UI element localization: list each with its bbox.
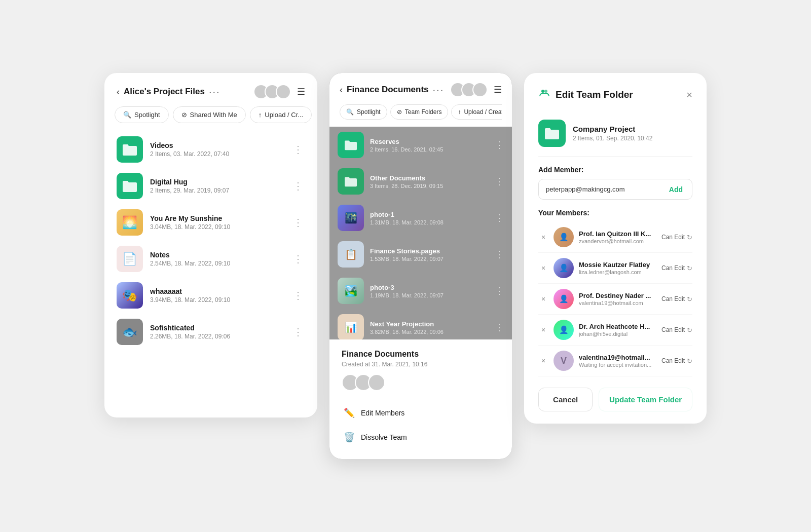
member-email-0: zvandervort@hotmail.com: [579, 238, 656, 244]
middle-back-button[interactable]: ‹: [340, 85, 343, 95]
file-more-whaaaaat[interactable]: ⋮: [291, 287, 305, 303]
member-role-4: Can Edit ↻: [661, 357, 692, 365]
middle-header: ‹ Finance Documents ··· ☰: [340, 82, 502, 97]
folder-icon-digital-hug: [122, 179, 138, 193]
tab-upload-label-middle: Upload / Creat...: [464, 108, 502, 116]
tab-spotlight-label-middle: Spotlight: [357, 108, 381, 116]
member-remove-0[interactable]: ×: [538, 233, 548, 241]
middle-thumb-projection: 📊: [338, 314, 364, 339]
member-email-1: liza.ledner@langosh.com: [579, 269, 656, 275]
middle-thumb-finance-stories: 📋: [338, 241, 364, 268]
main-container: ‹ Alice's Project Files ··· ☰ 🔍 Spotligh…: [0, 53, 811, 479]
avatar-3: [276, 84, 291, 99]
right-footer: Cancel Update Team Folder: [538, 388, 692, 411]
tab-spotlight-label-left: Spotlight: [134, 111, 160, 119]
file-more-digital-hug[interactable]: ⋮: [291, 178, 305, 194]
middle-file-item-reserves[interactable]: Reserves 2 Items, 16. Dec. 2021, 02:45 ⋮: [329, 127, 512, 163]
middle-file-info-reserves: Reserves 2 Items, 16. Dec. 2021, 02:45: [370, 138, 489, 153]
member-role-1: Can Edit ↻: [661, 264, 692, 272]
middle-file-meta-finance-stories: 1.53MB, 18. Mar. 2022, 09:07: [370, 256, 489, 262]
tab-spotlight-middle[interactable]: 🔍 Spotlight: [340, 104, 387, 120]
middle-more-reserves[interactable]: ⋮: [495, 139, 504, 150]
folder-info-text: Company Project 2 Items, 01. Sep. 2020, …: [573, 125, 652, 142]
middle-file-item-finance-stories[interactable]: 📋 Finance Stories.pages 1.53MB, 18. Mar.…: [329, 236, 512, 273]
role-refresh-4[interactable]: ↻: [687, 357, 692, 365]
file-item-videos[interactable]: Videos 2 Items, 03. Mar. 2022, 07:40 ⋮: [113, 131, 309, 168]
edit-members-button[interactable]: ✏️ Edit Members: [342, 401, 500, 425]
middle-thumb-photo3: 🏞️: [338, 278, 364, 304]
right-title-row: Edit Team Folder: [538, 87, 633, 102]
update-team-folder-button[interactable]: Update Team Folder: [599, 388, 692, 411]
tab-upload-left[interactable]: ↑ Upload / Cr...: [250, 106, 312, 123]
middle-file-item-photo1[interactable]: 🌃 photo-1 1.31MB, 18. Mar. 2022, 09:08 ⋮: [329, 200, 512, 236]
cancel-button[interactable]: Cancel: [538, 388, 593, 411]
file-item-digital-hug[interactable]: Digital Hug 2 Items, 29. Mar. 2019, 09:0…: [113, 168, 309, 204]
member-remove-2[interactable]: ×: [538, 295, 548, 303]
role-refresh-2[interactable]: ↻: [687, 295, 692, 303]
file-info-notes: Notes 2.54MB, 18. Mar. 2022, 09:10: [150, 251, 284, 267]
file-thumb-notes: 📄: [117, 246, 143, 272]
tab-upload-middle[interactable]: ↑ Upload / Creat...: [451, 104, 502, 120]
middle-file-name-reserves: Reserves: [370, 138, 489, 145]
tab-shared-left[interactable]: ⊘ Shared With Me: [173, 106, 246, 123]
role-refresh-0[interactable]: ↻: [687, 234, 692, 241]
middle-hamburger[interactable]: ☰: [494, 84, 502, 95]
member-name-1: Mossie Kautzer Flatley: [579, 261, 656, 269]
file-item-notes[interactable]: 📄 Notes 2.54MB, 18. Mar. 2022, 09:10 ⋮: [113, 241, 309, 277]
middle-more-photo1[interactable]: ⋮: [495, 212, 504, 223]
filter-icon-left: ⊘: [181, 111, 187, 119]
bottom-avatar-3: [368, 374, 385, 391]
tab-spotlight-left[interactable]: 🔍 Spotlight: [115, 106, 169, 123]
folder-icon-reserves: [344, 139, 358, 151]
file-more-notes[interactable]: ⋮: [291, 251, 305, 267]
file-item-sofishticated[interactable]: 🐟 Sofishticated 2.26MB, 18. Mar. 2022, 0…: [113, 314, 309, 350]
member-item-1: × 👤 Mossie Kautzer Flatley liza.ledner@l…: [538, 253, 692, 284]
middle-file-item-projection[interactable]: 📊 Next Year Projection 3.82MB, 18. Mar. …: [329, 309, 512, 339]
middle-file-info-projection: Next Year Projection 3.82MB, 18. Mar. 20…: [370, 320, 489, 335]
search-icon-left: 🔍: [123, 111, 131, 119]
tab-team-folders-middle[interactable]: ⊘ Team Folders: [390, 104, 449, 120]
middle-more-projection[interactable]: ⋮: [495, 322, 504, 333]
member-remove-4[interactable]: ×: [538, 357, 548, 365]
middle-more-otherdocs[interactable]: ⋮: [495, 176, 504, 187]
member-info-0: Prof. Ian Quitzon III K... zvandervort@h…: [579, 230, 656, 244]
middle-more-button[interactable]: ···: [433, 84, 445, 96]
member-info-4: valentina19@hotmail... Waiting for accep…: [579, 354, 656, 368]
file-meta-videos: 2 Items, 03. Mar. 2022, 07:40: [150, 150, 284, 158]
add-member-input[interactable]: [539, 179, 660, 199]
role-refresh-3[interactable]: ↻: [687, 326, 692, 334]
member-role-0: Can Edit ↻: [661, 234, 692, 241]
back-button[interactable]: ‹: [117, 87, 120, 97]
close-button[interactable]: ×: [686, 90, 692, 100]
middle-file-info-photo1: photo-1 1.31MB, 18. Mar. 2022, 09:08: [370, 211, 489, 225]
member-remove-1[interactable]: ×: [538, 264, 548, 272]
member-name-4: valentina19@hotmail...: [579, 354, 656, 361]
file-meta-whaaaaat: 3.94MB, 18. Mar. 2022, 09:10: [150, 296, 284, 303]
search-icon-middle: 🔍: [346, 108, 354, 116]
member-avatar-3: 👤: [554, 320, 574, 340]
file-more-sunshine[interactable]: ⋮: [291, 214, 305, 231]
middle-file-item-otherdocs[interactable]: Other Documents 3 Items, 28. Dec. 2019, …: [329, 163, 512, 200]
middle-file-item-photo3[interactable]: 🏞️ photo-3 1.19MB, 18. Mar. 2022, 09:07 …: [329, 273, 512, 309]
file-item-sunshine[interactable]: 🌅 You Are My Sunshine 3.04MB, 18. Mar. 2…: [113, 204, 309, 241]
left-more-button[interactable]: ···: [209, 86, 220, 98]
middle-more-photo3[interactable]: ⋮: [495, 285, 504, 296]
folder-icon-videos: [122, 142, 138, 157]
file-more-videos[interactable]: ⋮: [291, 141, 305, 158]
member-remove-3[interactable]: ×: [538, 326, 548, 334]
right-panel-title: Edit Team Folder: [556, 89, 633, 100]
file-item-whaaaaat[interactable]: 🎭 whaaaaat 3.94MB, 18. Mar. 2022, 09:10 …: [113, 277, 309, 314]
dissolve-team-button[interactable]: 🗑️ Dissolve Team: [342, 426, 500, 449]
middle-more-finance-stories[interactable]: ⋮: [495, 249, 504, 260]
hamburger-menu[interactable]: ☰: [297, 86, 305, 97]
add-member-button[interactable]: Add: [660, 180, 692, 199]
add-member-input-row[interactable]: Add: [538, 179, 692, 200]
add-member-section: Add Member: Add: [538, 166, 692, 200]
role-refresh-1[interactable]: ↻: [687, 264, 692, 272]
team-folder-icon: [538, 87, 550, 102]
file-thumb-digital-hug: [117, 173, 143, 199]
filter-icon-middle: ⊘: [397, 108, 402, 116]
left-header-right: ☰: [253, 84, 305, 99]
bottom-folder-title: Finance Documents: [342, 350, 500, 359]
file-more-sofishticated[interactable]: ⋮: [291, 324, 305, 340]
